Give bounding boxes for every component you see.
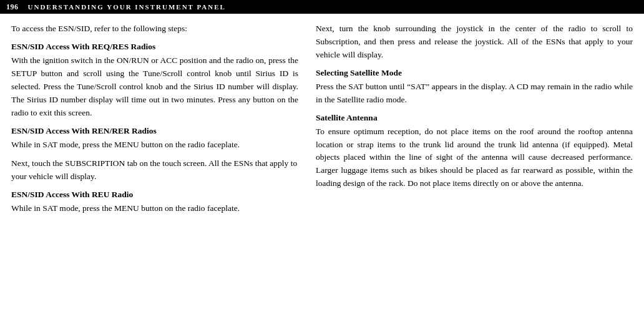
content-area: To access the ESN/SID, refer to the foll… [0, 14, 644, 317]
left-column: To access the ESN/SID, refer to the foll… [11, 22, 298, 311]
heading-reu: ESN/SID Access With REU Radio [11, 190, 298, 200]
body-ren-rer: While in SAT mode, press the MENU button… [11, 139, 298, 152]
heading-selecting-satellite: Selecting Satellite Mode [316, 68, 633, 78]
body-req-res: With the ignition switch in the ON/RUN o… [11, 54, 298, 120]
body-ren-rer-next: Next, touch the SUBSCRIPTION tab on the … [11, 157, 298, 183]
body-reu: While in SAT mode, press the MENU button… [11, 202, 298, 215]
heading-satellite-antenna: Satellite Antenna [316, 113, 633, 123]
body-satellite-antenna: To ensure optimum reception, do not plac… [316, 125, 633, 191]
body-selecting-satellite: Press the SAT button until “SAT” appears… [316, 80, 633, 107]
heading-ren-rer: ESN/SID Access With REN/RER Radios [11, 126, 298, 136]
header-spacer [21, 2, 26, 12]
right-column: Next, turn the knob surrounding the joys… [316, 22, 633, 311]
heading-req-res: ESN/SID Access With REQ/RES Radios [11, 42, 298, 52]
right-intro: Next, turn the knob surrounding the joys… [316, 22, 633, 62]
page-number: 196 [6, 2, 19, 12]
header-title: UNDERSTANDING YOUR INSTRUMENT PANEL [28, 3, 226, 11]
page-container: 196 UNDERSTANDING YOUR INSTRUMENT PANEL … [0, 0, 644, 317]
intro-text: To access the ESN/SID, refer to the foll… [11, 22, 298, 36]
header-bar: 196 UNDERSTANDING YOUR INSTRUMENT PANEL [0, 0, 644, 14]
